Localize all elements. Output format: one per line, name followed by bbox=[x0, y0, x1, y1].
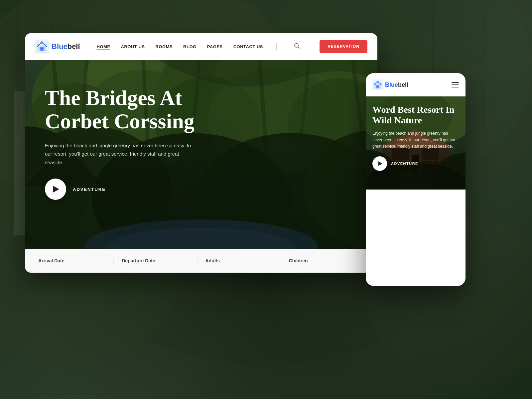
mobile-hero: Word Best Resort In Wild Nature Enjoying… bbox=[366, 96, 466, 190]
logo-text: Bluebell bbox=[52, 42, 80, 51]
nav-rooms[interactable]: ROOMS bbox=[155, 44, 173, 49]
hamburger-line-1 bbox=[452, 82, 459, 83]
play-icon bbox=[53, 186, 59, 193]
adults-label: Adults bbox=[205, 258, 220, 263]
svg-rect-9 bbox=[482, 10, 484, 130]
adults-field[interactable]: Adults bbox=[198, 258, 281, 264]
desktop-hero: The Bridges At Corbet Corssing Enjoying … bbox=[25, 60, 377, 273]
children-field[interactable]: Children bbox=[281, 258, 364, 264]
nav-pages[interactable]: PAGES bbox=[207, 44, 223, 49]
mobile-play-area: ADVENTURE bbox=[372, 156, 459, 171]
mobile-logo[interactable]: Bluebell bbox=[372, 79, 408, 90]
logo-icon bbox=[35, 40, 49, 54]
svg-point-14 bbox=[41, 41, 44, 44]
desktop-navbar: Bluebell HOME ABOUT US ROOMS BLOG PAGES … bbox=[25, 33, 377, 60]
hamburger-line-2 bbox=[452, 84, 459, 85]
mobile-logo-icon bbox=[372, 79, 383, 90]
arrival-date-field[interactable]: Arrival Date bbox=[38, 258, 114, 264]
arrival-date-label: Arrival Date bbox=[38, 258, 65, 263]
hero-content: The Bridges At Corbet Corssing Enjoying … bbox=[25, 60, 251, 213]
svg-line-16 bbox=[298, 47, 300, 49]
hamburger-line-3 bbox=[452, 87, 459, 87]
play-area: ADVENTURE bbox=[45, 179, 231, 200]
mobile-play-button[interactable] bbox=[372, 156, 387, 171]
mobile-navbar: Bluebell bbox=[366, 73, 466, 96]
nav-divider bbox=[276, 43, 277, 50]
booking-bar: Arrival Date Departure Date Adults Child… bbox=[25, 249, 377, 273]
logo[interactable]: Bluebell bbox=[35, 40, 80, 54]
play-button[interactable] bbox=[45, 179, 66, 200]
svg-rect-45 bbox=[377, 86, 378, 87]
mobile-hero-subtitle: Enjoying the beach and jungle greenry ha… bbox=[372, 130, 459, 150]
hamburger-menu[interactable] bbox=[452, 82, 459, 87]
children-label: Children bbox=[289, 258, 308, 263]
mobile-bottom-area bbox=[366, 190, 466, 195]
mobile-adventure-label: ADVENTURE bbox=[391, 162, 418, 166]
nav-contact[interactable]: CONTACT US bbox=[233, 44, 263, 49]
hero-title: The Bridges At Corbet Corssing bbox=[45, 86, 231, 133]
hero-subtitle: Enjoying the beach and jungle greenry ha… bbox=[45, 141, 191, 167]
nav-links: HOME ABOUT US ROOMS BLOG PAGES CONTACT U… bbox=[97, 43, 320, 50]
mobile-logo-text: Bluebell bbox=[385, 81, 408, 88]
adventure-label: ADVENTURE bbox=[73, 187, 106, 192]
nav-home[interactable]: HOME bbox=[97, 44, 110, 49]
svg-point-46 bbox=[377, 81, 379, 82]
departure-date-field[interactable]: Departure Date bbox=[114, 258, 197, 264]
mobile-hero-title: Word Best Resort In Wild Nature bbox=[372, 104, 459, 126]
departure-date-label: Departure Date bbox=[122, 258, 155, 263]
mobile-play-icon bbox=[378, 161, 382, 166]
desktop-mockup: Bluebell HOME ABOUT US ROOMS BLOG PAGES … bbox=[25, 33, 377, 273]
mobile-hero-content: Word Best Resort In Wild Nature Enjoying… bbox=[366, 96, 466, 171]
svg-rect-13 bbox=[41, 48, 43, 49]
mobile-mockup: Bluebell bbox=[366, 73, 466, 286]
nav-about[interactable]: ABOUT US bbox=[121, 44, 145, 49]
search-icon[interactable] bbox=[294, 43, 300, 50]
nav-blog[interactable]: BLOG bbox=[183, 44, 197, 49]
reservation-button[interactable]: RESERVATION bbox=[320, 40, 367, 53]
